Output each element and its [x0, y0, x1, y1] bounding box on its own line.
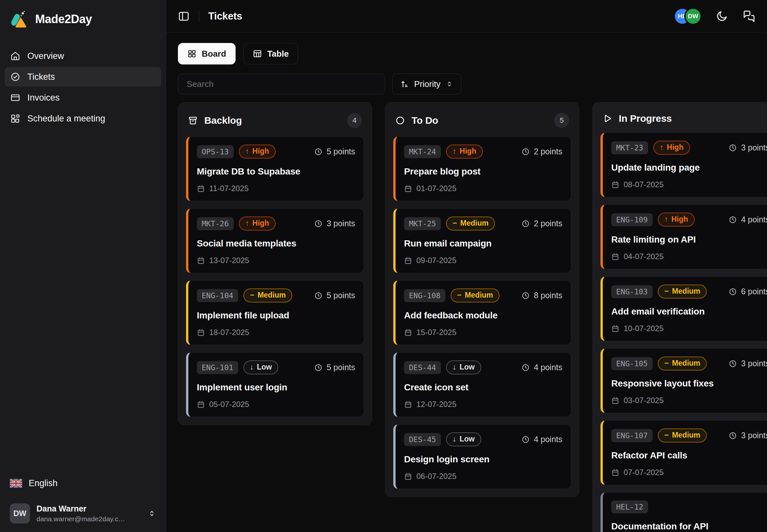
ticket-title: Update landing page: [611, 162, 767, 173]
due-date-label: 03-07-2025: [624, 396, 664, 405]
points-label: 5 points: [327, 363, 355, 372]
card-top-row: ENG-103 − Medium 6 points: [611, 285, 767, 299]
priority-label: Medium: [672, 287, 700, 296]
priority-chip: ↓ Low: [446, 360, 481, 374]
sidebar-item-overview[interactable]: Overview: [5, 46, 161, 66]
priority-label: Low: [460, 363, 475, 371]
priority-chip: − Medium: [451, 288, 499, 302]
column-header: In Progress: [601, 110, 767, 133]
user-menu[interactable]: DW Dana Warner dana.warner@made2day.c…: [10, 503, 156, 524]
language-label: English: [29, 478, 58, 488]
ticket-title: Implement file upload: [197, 310, 355, 321]
priority-label: Medium: [672, 359, 700, 368]
due-date-label: 10-07-2025: [624, 324, 664, 333]
ticket-title: Design login screen: [404, 454, 562, 465]
priority-icon: −: [664, 431, 669, 440]
sort-button[interactable]: Priority: [392, 74, 461, 94]
circle-check-icon: [10, 72, 20, 82]
avatar-stack: HD DW: [675, 9, 701, 24]
priority-chip: − Medium: [658, 428, 707, 442]
ticket-card-ops-13[interactable]: OPS-13 ↑ High 5 points Migrate DB to Sup…: [186, 136, 364, 201]
priority-chip: ↑ High: [658, 213, 695, 227]
ticket-id-chip: ENG-104: [197, 289, 238, 302]
avatar-dw[interactable]: DW: [686, 9, 701, 24]
ticket-card-des-44[interactable]: DES-44 ↓ Low 4 points Create icon set 12…: [393, 352, 571, 417]
due-date-label: 18-07-2025: [209, 328, 249, 337]
clock-icon: [729, 287, 737, 296]
sidebar-item-tickets[interactable]: Tickets: [5, 67, 161, 87]
messages-button[interactable]: [743, 10, 755, 22]
ticket-card-hel-12[interactable]: HEL-12 Documentation for API: [601, 492, 767, 532]
table-view-button[interactable]: Table: [244, 43, 298, 64]
ticket-card-eng-109[interactable]: ENG-109 ↑ High 4 points Rate limiting on…: [601, 204, 767, 269]
clock-icon: [314, 147, 323, 156]
view-switcher: Board Table: [178, 43, 755, 64]
clock-icon: [314, 363, 323, 372]
due-date-label: 13-07-2025: [209, 256, 249, 265]
column-to-do: To Do 5 MKT-24 ↑ High 2 points Prepare b…: [385, 102, 579, 497]
clock-icon: [729, 359, 737, 368]
sidebar-item-invoices[interactable]: Invoices: [5, 88, 161, 107]
ticket-card-des-45[interactable]: DES-45 ↓ Low 4 points Design login scree…: [393, 424, 571, 489]
due-date-label: 07-07-2025: [624, 468, 664, 477]
due-date-label: 05-07-2025: [209, 400, 249, 409]
priority-chip: ↑ High: [239, 217, 276, 231]
ticket-id-chip: ENG-103: [611, 285, 653, 298]
points-label: 3 points: [741, 359, 767, 368]
ticket-card-mkt-26[interactable]: MKT-26 ↑ High 3 points Social media temp…: [186, 208, 364, 273]
user-meta: Dana Warner dana.warner@made2day.c…: [36, 504, 138, 523]
calendar-icon: [404, 472, 412, 481]
ticket-title: Social media templates: [197, 238, 355, 249]
column-cards: OPS-13 ↑ High 5 points Migrate DB to Sup…: [186, 136, 364, 417]
ticket-id-chip: OPS-13: [197, 145, 234, 158]
due-date-label: 15-07-2025: [416, 328, 456, 337]
ticket-card-mkt-23[interactable]: MKT-23 ↑ High 3 points Update landing pa…: [601, 133, 767, 197]
ticket-title: Implement user login: [197, 382, 355, 393]
priority-label: High: [667, 143, 684, 152]
story-points: 5 points: [314, 147, 355, 156]
calendar-icon: [197, 400, 205, 409]
priority-icon: ↓: [250, 363, 254, 371]
ticket-title: Responsive layout fixes: [611, 378, 767, 389]
search-input[interactable]: [178, 74, 385, 94]
board-view-button[interactable]: Board: [178, 43, 236, 64]
priority-icon: −: [250, 291, 254, 300]
priority-label: High: [253, 147, 269, 156]
ticket-card-eng-104[interactable]: ENG-104 − Medium 5 points Implement file…: [186, 280, 364, 345]
ticket-title: Prepare blog post: [404, 166, 562, 177]
ticket-card-mkt-24[interactable]: MKT-24 ↑ High 2 points Prepare blog post…: [393, 136, 571, 201]
due-date-label: 01-07-2025: [416, 184, 456, 193]
language-selector[interactable]: English: [10, 478, 156, 488]
ticket-card-eng-101[interactable]: ENG-101 ↓ Low 5 points Implement user lo…: [186, 352, 364, 417]
view-label: Board: [202, 49, 226, 59]
ticket-id-chip: MKT-25: [404, 217, 441, 230]
ticket-card-eng-105[interactable]: ENG-105 − Medium 3 points Responsive lay…: [601, 348, 767, 413]
ticket-card-eng-108[interactable]: ENG-108 − Medium 8 points Add feedback m…: [393, 280, 571, 345]
table-icon: [253, 49, 262, 58]
ticket-title: Add feedback module: [404, 310, 562, 321]
brand-name: Made2Day: [35, 12, 92, 26]
ticket-id-chip: ENG-101: [197, 361, 238, 374]
ticket-title: Documentation for API: [611, 521, 767, 532]
ticket-id-chip: HEL-12: [611, 500, 648, 513]
circle-icon: [395, 116, 405, 125]
due-date: 05-07-2025: [197, 400, 355, 409]
ticket-card-eng-107[interactable]: ENG-107 − Medium 3 points Refactor API c…: [601, 420, 767, 485]
ticket-card-eng-103[interactable]: ENG-103 − Medium 6 points Add email veri…: [601, 276, 767, 341]
story-points: 6 points: [729, 287, 767, 296]
ticket-title: Add email verification: [611, 306, 767, 317]
user-email: dana.warner@made2day.c…: [36, 515, 138, 523]
clock-icon: [729, 431, 737, 440]
sidebar-toggle-button[interactable]: [178, 10, 189, 22]
ticket-card-mkt-25[interactable]: MKT-25 − Medium 2 points Run email campa…: [393, 208, 571, 273]
sidebar-item-schedule-a-meeting[interactable]: Schedule a meeting: [5, 109, 161, 128]
story-points: 3 points: [729, 431, 767, 440]
calendar-icon: [611, 325, 620, 333]
due-date: 07-07-2025: [611, 468, 767, 477]
story-points: 8 points: [521, 291, 562, 300]
calendar-icon: [611, 253, 620, 261]
toolbar: Board Table Priority: [166, 33, 767, 94]
theme-toggle-button[interactable]: [716, 10, 728, 22]
clock-icon: [314, 291, 323, 300]
due-date: 06-07-2025: [404, 472, 562, 481]
